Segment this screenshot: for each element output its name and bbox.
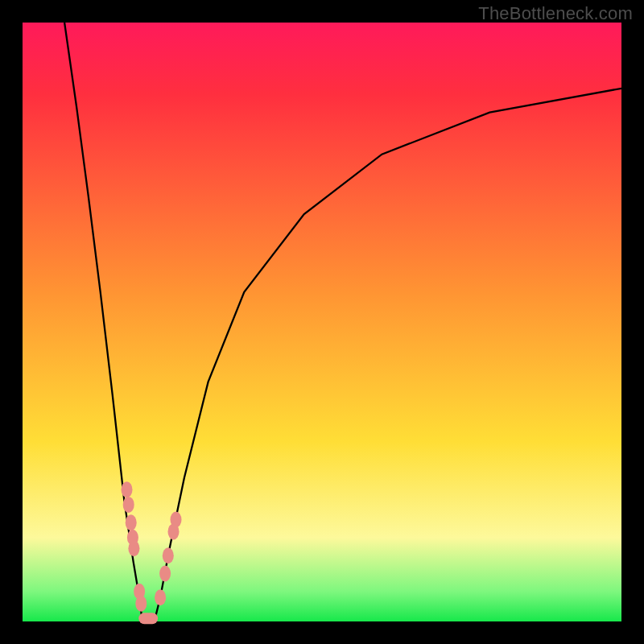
data-point-right-1 (163, 547, 174, 564)
data-point-right-4 (155, 589, 166, 605)
data-point-left-6 (135, 596, 147, 612)
chart-frame: TheBottleneck.com (0, 0, 644, 644)
watermark-text: TheBottleneck.com (478, 3, 633, 24)
data-point-left-1 (123, 497, 134, 513)
data-point-right-0 (159, 566, 171, 582)
gradient-plot-area (23, 23, 621, 621)
curve-svg (23, 23, 621, 621)
data-point-left-2 (126, 514, 137, 530)
data-point-left-4 (128, 540, 139, 556)
data-point-right-3 (171, 512, 182, 528)
curve-right-branch (155, 89, 621, 621)
data-point-left-0 (122, 481, 133, 497)
data-point-bottom-cluster (138, 613, 158, 624)
